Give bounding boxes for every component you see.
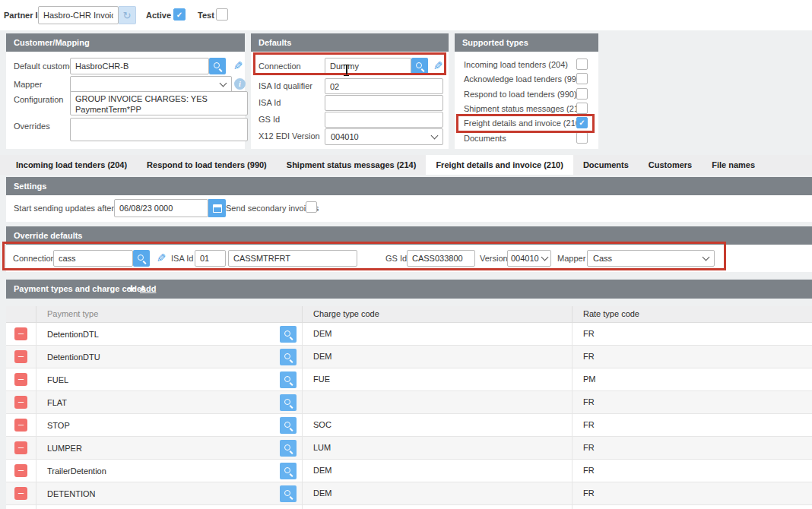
chevron-down-icon xyxy=(220,79,227,87)
override-gs-id-input[interactable] xyxy=(407,250,475,267)
supported-type-checkbox-shipment-status-messages-214[interactable] xyxy=(576,103,588,114)
table-row: –LUMPERLUMFR xyxy=(6,437,812,460)
payment-type-value[interactable]: FUEL xyxy=(36,375,68,384)
start-date-input[interactable] xyxy=(114,199,208,217)
mapper-select[interactable] xyxy=(70,76,232,93)
test-label: Test xyxy=(198,11,214,20)
search-icon xyxy=(284,330,293,339)
search-icon xyxy=(138,254,146,263)
override-connection-edit-pencil-icon[interactable]: ✎ xyxy=(157,252,167,264)
remove-row-button[interactable]: – xyxy=(14,487,27,500)
remove-row-button[interactable]: – xyxy=(14,396,27,409)
tab-respond-to-load-tenders-990[interactable]: Respond to load tenders (990) xyxy=(137,155,277,175)
configuration-textarea[interactable]: GROUP INVOICE CHARGES: YES PaymentTerm*P… xyxy=(70,91,248,115)
payment-type-value[interactable]: FLAT xyxy=(36,398,67,407)
connection-search-button[interactable] xyxy=(411,58,428,74)
override-isa-id-input[interactable] xyxy=(228,250,357,267)
search-icon xyxy=(284,399,293,407)
payment-type-search-button[interactable] xyxy=(280,417,297,434)
tab-documents[interactable]: Documents xyxy=(573,155,639,175)
send-secondary-invoices-label: Send secondary invoices xyxy=(226,204,319,213)
remove-row-button[interactable]: – xyxy=(14,441,27,454)
settings-content: Start sending updates after date Send se… xyxy=(6,195,812,222)
send-secondary-invoices-checkbox[interactable] xyxy=(306,201,317,213)
supported-type-label-acknowledge-load-tenders-997: Acknowledge load tenders (997) xyxy=(464,74,584,84)
supported-type-checkbox-acknowledge-load-tenders-997[interactable] xyxy=(576,73,588,84)
connection-edit-pencil-icon[interactable]: ✎ xyxy=(433,60,443,71)
override-connection-search-button[interactable] xyxy=(133,250,150,267)
payment-type-value[interactable]: DetentionDTU xyxy=(36,353,100,362)
supported-type-checkbox-incoming-load-tenders-204[interactable] xyxy=(576,58,588,70)
configuration-label: Configuration xyxy=(14,95,63,104)
payment-type-value[interactable]: STOP xyxy=(36,421,70,430)
isa-id-input[interactable] xyxy=(325,95,443,111)
connection-input[interactable] xyxy=(325,58,411,74)
payment-type-search-button[interactable] xyxy=(280,394,297,411)
active-label: Active xyxy=(146,11,171,20)
defaults-panel: Defaults Connection ✎ ISA Id qualifier I… xyxy=(251,33,449,149)
calendar-icon xyxy=(213,204,222,213)
active-checkbox[interactable]: ✓ xyxy=(173,8,186,21)
tab-freight-details-and-invoice-210[interactable]: Freight details and invoice (210) xyxy=(426,155,573,175)
payment-type-search-button[interactable] xyxy=(280,326,297,343)
remove-row-button[interactable]: – xyxy=(14,327,27,340)
payment-type-value[interactable]: DETENTION xyxy=(36,489,96,498)
override-version-select[interactable]: 004010 xyxy=(507,250,551,267)
partner-id-input[interactable] xyxy=(38,6,119,24)
remove-row-button[interactable]: – xyxy=(14,464,27,477)
payment-type-search-button[interactable] xyxy=(280,463,297,479)
payment-type-value[interactable]: TrailerDetention xyxy=(36,466,106,476)
add-payment-type-link[interactable]: Add xyxy=(140,280,156,298)
override-gs-id-label: GS Id xyxy=(385,254,407,263)
isa-id-qualifier-input[interactable] xyxy=(325,78,443,94)
supported-type-label-freight-details-and-invoice-210: Freight details and invoice (210) xyxy=(464,119,583,128)
remove-row-button[interactable]: – xyxy=(14,419,27,432)
isa-id-qualifier-label: ISA Id qualifier xyxy=(259,81,312,90)
default-customer-search-button[interactable] xyxy=(209,58,226,74)
supported-type-row: Incoming load tenders (204) xyxy=(455,58,598,73)
charge-type-code-value: DEM xyxy=(303,346,573,368)
payment-type-search-button[interactable] xyxy=(280,371,297,388)
supported-type-row: Freight details and invoice (210)✓ xyxy=(455,117,598,131)
default-customer-edit-pencil-icon[interactable]: ✎ xyxy=(233,60,243,71)
remove-row-button[interactable]: – xyxy=(14,350,27,363)
rate-type-code-value: FR xyxy=(573,460,812,482)
supported-types-panel: Supported types Incoming load tenders (2… xyxy=(455,33,598,149)
test-checkbox[interactable] xyxy=(216,8,228,21)
payment-type-search-button[interactable] xyxy=(280,349,297,365)
tab-shipment-status-messages-214[interactable]: Shipment status messages (214) xyxy=(277,155,427,175)
supported-type-checkbox-respond-to-load-tenders-990[interactable] xyxy=(576,88,588,100)
x12-edi-version-value: 004010 xyxy=(331,132,359,141)
search-icon xyxy=(284,467,293,476)
remove-row-button[interactable]: – xyxy=(14,373,27,386)
supported-type-checkbox-documents[interactable] xyxy=(576,132,588,144)
refresh-button[interactable]: ↻ xyxy=(119,6,136,24)
override-mapper-select[interactable]: Cass xyxy=(587,250,715,267)
connection-label: Connection xyxy=(259,62,301,71)
payment-type-value[interactable]: DetentionDTL xyxy=(36,330,99,339)
table-row-partial xyxy=(6,505,812,509)
x12-edi-version-select[interactable]: 004010 xyxy=(325,128,443,145)
calendar-button[interactable] xyxy=(208,199,226,217)
charge-type-code-value: DEM xyxy=(303,323,573,345)
refresh-icon: ↻ xyxy=(123,10,132,21)
payment-type-search-button[interactable] xyxy=(280,440,297,457)
default-customer-input[interactable] xyxy=(70,58,209,74)
info-icon[interactable]: i xyxy=(234,78,246,90)
override-mapper-value: Cass xyxy=(593,254,612,263)
supported-type-row: Documents xyxy=(455,132,598,147)
tab-file-names[interactable]: File names xyxy=(702,155,765,175)
gs-id-input[interactable] xyxy=(325,112,443,128)
search-icon xyxy=(284,353,293,362)
payment-type-search-button[interactable] xyxy=(280,485,297,502)
payment-type-value[interactable]: LUMPER xyxy=(36,444,82,453)
tab-incoming-load-tenders-204[interactable]: Incoming load tenders (204) xyxy=(6,155,137,175)
overrides-textarea[interactable] xyxy=(70,118,248,141)
rate-type-code-value: FR xyxy=(573,437,812,459)
override-connection-input[interactable] xyxy=(53,250,133,267)
tab-customers[interactable]: Customers xyxy=(639,155,702,175)
override-isa-qualifier-input[interactable] xyxy=(195,250,226,267)
supported-type-checkbox-freight-details-and-invoice-210[interactable]: ✓ xyxy=(576,117,588,128)
table-header-charge-type-code: Charge type code xyxy=(303,306,573,322)
override-defaults-content: Connection ✎ ISA Id GS Id Version 004010… xyxy=(6,245,812,272)
